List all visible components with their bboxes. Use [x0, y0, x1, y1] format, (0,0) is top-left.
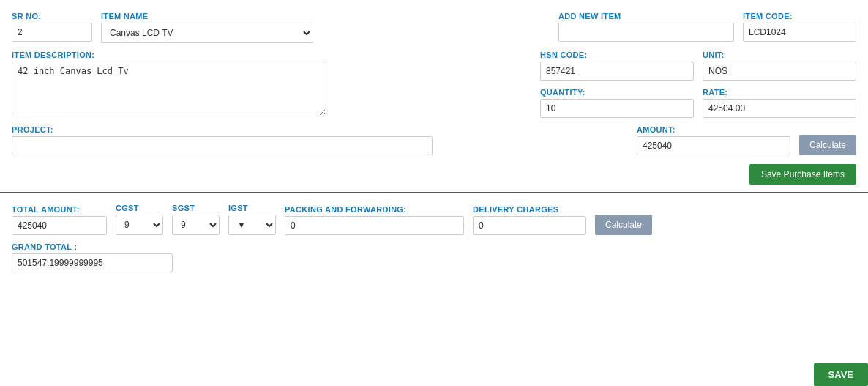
hsn-code-label: HSN CODE: — [540, 51, 694, 59]
igst-select[interactable]: ▼ 0 5 9 12 18 28 — [228, 215, 276, 235]
totals-row: TOTAL AMOUNT: CGST ▼ 0 5 9 12 18 28 SGST… — [12, 204, 856, 235]
item-name-group: ITEM NAME Canvas LCD TV Other Item 1 Oth… — [101, 12, 313, 43]
item-code-label: ITEM CODE: — [743, 12, 856, 21]
sgst-select[interactable]: ▼ 0 5 9 12 18 28 — [172, 215, 220, 235]
cgst-label: CGST — [116, 204, 163, 212]
delivery-input[interactable] — [473, 216, 586, 235]
grand-total-group: GRAND TOTAL : — [12, 242, 173, 272]
grand-total-input[interactable] — [12, 253, 173, 272]
delivery-group: DELIVERY CHARGES — [473, 205, 586, 235]
item-description-input[interactable]: 42 inch Canvas Lcd Tv — [12, 62, 326, 116]
project-input[interactable] — [12, 136, 433, 155]
qty-rate-row: QUANTITY: RATE: — [540, 88, 856, 118]
grand-total-label: GRAND TOTAL : — [12, 242, 173, 251]
amount-group: AMOUNT: — [637, 125, 790, 155]
amount-input[interactable] — [637, 136, 790, 155]
total-amount-label: TOTAL AMOUNT: — [12, 205, 107, 214]
calculate-button[interactable]: Calculate — [799, 135, 856, 155]
cgst-select[interactable]: ▼ 0 5 9 12 18 28 — [116, 215, 163, 235]
purchase-items-form: SR NO: ITEM NAME Canvas LCD TV Other Ite… — [0, 0, 868, 193]
project-label: PROJECT: — [12, 125, 433, 134]
cgst-group: CGST ▼ 0 5 9 12 18 28 — [116, 204, 163, 235]
total-amount-group: TOTAL AMOUNT: — [12, 205, 107, 235]
igst-group: IGST ▼ 0 5 9 12 18 28 — [228, 204, 276, 235]
sgst-group: SGST ▼ 0 5 9 12 18 28 — [172, 204, 220, 235]
amount-label: AMOUNT: — [637, 125, 790, 134]
sgst-label: SGST — [172, 204, 220, 212]
project-group: PROJECT: — [12, 125, 433, 155]
hsn-code-group: HSN CODE: — [540, 51, 694, 81]
item-name-label: ITEM NAME — [101, 12, 313, 21]
add-new-item-input[interactable] — [558, 23, 734, 42]
packing-label: PACKING AND FORWARDING: — [285, 205, 464, 214]
rate-label: RATE: — [703, 88, 856, 97]
hsn-code-input[interactable] — [540, 62, 694, 81]
item-description-label: ITEM DESCRIPTION: — [12, 51, 326, 59]
quantity-group: QUANTITY: — [540, 88, 694, 118]
sr-no-group: SR NO: — [12, 12, 92, 42]
sr-no-input[interactable] — [12, 23, 92, 42]
rate-group: RATE: — [703, 88, 856, 118]
totals-section: TOTAL AMOUNT: CGST ▼ 0 5 9 12 18 28 SGST… — [0, 193, 868, 287]
row-2: ITEM DESCRIPTION: 42 inch Canvas Lcd Tv … — [12, 51, 856, 118]
grand-total-row: GRAND TOTAL : — [12, 242, 856, 272]
row-1: SR NO: ITEM NAME Canvas LCD TV Other Ite… — [12, 12, 856, 43]
save-purchase-items-button[interactable]: Save Purchase Items — [749, 164, 856, 185]
unit-input[interactable] — [703, 62, 856, 81]
add-new-item-group: ADD NEW ITEM — [558, 12, 734, 42]
item-code-input[interactable] — [743, 23, 856, 42]
packing-group: PACKING AND FORWARDING: — [285, 205, 464, 235]
item-name-select[interactable]: Canvas LCD TV Other Item 1 Other Item 2 — [101, 23, 313, 43]
save-purchase-row: Save Purchase Items — [12, 163, 856, 185]
unit-group: UNIT: — [703, 51, 856, 81]
unit-label: UNIT: — [703, 51, 856, 59]
quantity-label: QUANTITY: — [540, 88, 694, 97]
item-code-group: ITEM CODE: — [743, 12, 856, 42]
hsn-unit-row: HSN CODE: UNIT: — [540, 51, 856, 81]
packing-input[interactable] — [285, 216, 464, 235]
igst-label: IGST — [228, 204, 276, 212]
quantity-input[interactable] — [540, 99, 694, 118]
delivery-label: DELIVERY CHARGES — [473, 205, 586, 214]
sr-no-label: SR NO: — [12, 12, 92, 21]
total-amount-input[interactable] — [12, 216, 107, 235]
item-description-group: ITEM DESCRIPTION: 42 inch Canvas Lcd Tv — [12, 51, 326, 116]
add-new-item-label: ADD NEW ITEM — [558, 12, 734, 21]
calculate-bottom-button[interactable]: Calculate — [595, 215, 652, 235]
row-3: PROJECT: AMOUNT: Calculate — [12, 125, 856, 155]
rate-input[interactable] — [703, 99, 856, 118]
